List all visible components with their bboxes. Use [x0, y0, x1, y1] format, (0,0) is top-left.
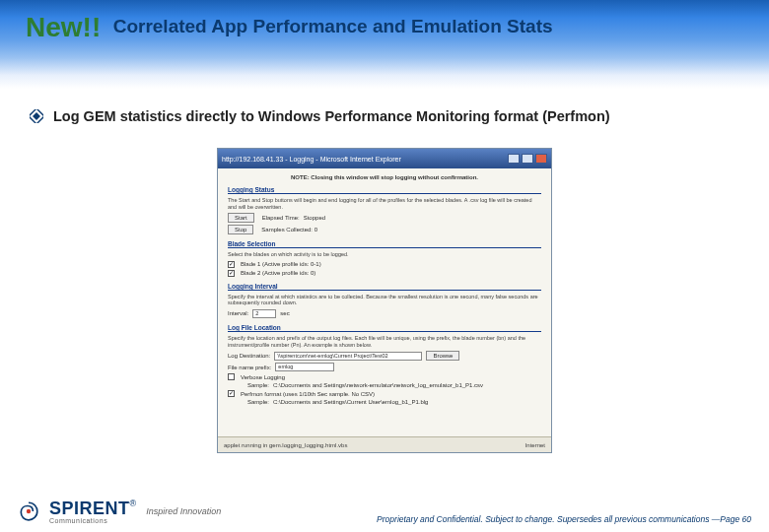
maximize-icon[interactable]	[522, 154, 533, 164]
section-logging-status: Logging Status	[228, 186, 541, 194]
interval-input[interactable]: 2	[252, 309, 276, 318]
logging-status-desc: The Start and Stop buttons will begin an…	[228, 197, 541, 210]
logging-interval-desc: Specify the interval at which statistics…	[228, 294, 541, 306]
verbose-sample: C:\Documents and Settings\network-emulat…	[273, 382, 483, 388]
sample-label-2: Sample:	[247, 399, 269, 405]
brand-sub: Communications	[49, 517, 136, 524]
title-badge: New!!	[26, 12, 101, 43]
diamond-bullet-icon	[30, 109, 43, 123]
logfile-desc: Specify the location and prefix of the o…	[228, 335, 541, 348]
logdest-input[interactable]: \\spirentcom\net-emlog\Current Project\T…	[274, 352, 422, 361]
interval-label: Interval:	[228, 310, 248, 316]
perfmon-checkbox[interactable]	[228, 390, 235, 397]
svg-point-2	[27, 509, 31, 513]
perfmon-label: Perfmon format (uses 1/10th Sec sample. …	[241, 391, 375, 397]
verbose-checkbox[interactable]	[228, 373, 235, 380]
bullet-text: Log GEM statistics directly to Windows P…	[53, 108, 610, 124]
logdest-label: Log Destination:	[228, 353, 270, 359]
statusbar-right: Internet	[525, 442, 545, 448]
section-blade-selection: Blade Selection	[228, 240, 541, 248]
statusbar-left: applet running in gem.logging_logging.ht…	[224, 442, 347, 448]
start-button[interactable]: Start	[228, 213, 254, 223]
bullet-row: Log GEM statistics directly to Windows P…	[0, 89, 769, 124]
samples-label: Samples Collected: 0	[261, 227, 317, 233]
elapsed-label: Elapsed Time:	[262, 215, 300, 221]
section-logfile-location: Log File Location	[228, 324, 541, 332]
slide-header: New!! Correlated App Performance and Emu…	[0, 0, 769, 89]
blade2-label: Blade 2 (Active profile ids: 0)	[241, 270, 315, 276]
elapsed-value: Stopped	[304, 215, 325, 221]
window-buttons	[508, 154, 547, 164]
spirent-swirl-icon	[18, 500, 39, 522]
section-logging-interval: Logging Interval	[228, 283, 541, 291]
browser-statusbar: applet running in gem.logging_logging.ht…	[218, 436, 551, 452]
slide-footer: SPIRENT® Communications Inspired Innovat…	[0, 499, 769, 524]
title-main: Correlated App Performance and Emulation…	[113, 16, 553, 37]
browse-button[interactable]: Browse	[426, 351, 459, 361]
brand-tagline: Inspired Innovation	[146, 506, 221, 516]
dialog-note: NOTE: Closing this window will stop logg…	[228, 174, 541, 180]
blade2-checkbox[interactable]	[228, 270, 235, 277]
perfmon-sample: C:\Documents and Settings\Current User\e…	[273, 399, 428, 405]
blade1-label: Blade 1 (Active profile ids: 0-1)	[241, 261, 321, 267]
window-title: http://192.168.41.33 - Logging - Microso…	[222, 156, 401, 163]
brand-reg: ®	[130, 499, 137, 508]
window-titlebar: http://192.168.41.33 - Logging - Microso…	[218, 149, 551, 168]
logo-block: SPIRENT® Communications Inspired Innovat…	[18, 499, 221, 524]
dialog-screenshot: http://192.168.41.33 - Logging - Microso…	[217, 148, 552, 453]
svg-rect-1	[33, 112, 40, 120]
blade-selection-desc: Select the blades on which activity is t…	[228, 251, 541, 258]
close-icon[interactable]	[535, 154, 547, 164]
blade1-checkbox[interactable]	[228, 261, 235, 268]
sample-label-1: Sample:	[247, 382, 269, 388]
prefix-label: File name prefix:	[228, 365, 271, 370]
stop-button[interactable]: Stop	[228, 225, 253, 234]
interval-unit: sec	[280, 310, 289, 316]
footer-legal: Proprietary and Confidential. Subject to…	[377, 514, 751, 524]
minimize-icon[interactable]	[508, 154, 520, 164]
verbose-label: Verbose Logging	[241, 374, 285, 380]
prefix-input[interactable]: emlog	[275, 363, 334, 371]
brand-name: SPIRENT	[49, 499, 130, 518]
